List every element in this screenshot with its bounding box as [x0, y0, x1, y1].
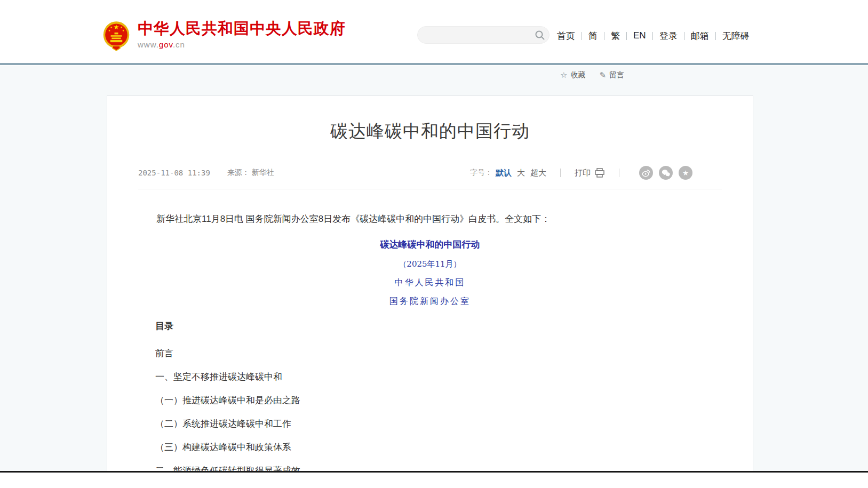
- article-actions: ☆ 收藏 ✎ 留言: [560, 70, 624, 80]
- source-value: 新华社: [252, 168, 274, 177]
- share-favorite-button[interactable]: ★: [679, 166, 692, 180]
- nav-traditional[interactable]: 繁: [611, 30, 620, 42]
- search-input[interactable]: [418, 27, 531, 43]
- wechat-icon: [661, 168, 671, 178]
- content-area: ☆ 收藏 ✎ 留言 碳达峰碳中和的中国行动 2025-11-08 11:39 来…: [0, 66, 868, 471]
- source: 来源：新华社: [227, 168, 274, 178]
- meta-separator: [619, 169, 619, 177]
- svg-text:★: ★: [110, 26, 113, 29]
- toc-heading: 目录: [155, 322, 722, 331]
- search-icon: [535, 30, 545, 41]
- article-card: 碳达峰碳中和的中国行动 2025-11-08 11:39 来源：新华社 字号： …: [107, 95, 753, 471]
- nav-separator: [715, 32, 716, 40]
- star-share-icon: ★: [681, 168, 690, 178]
- svg-text:★: ★: [682, 169, 689, 177]
- article-title: 碳达峰碳中和的中国行动: [138, 119, 722, 143]
- font-size-xlarge-button[interactable]: 超大: [530, 168, 546, 178]
- meta-divider: [138, 189, 722, 189]
- svg-text:★: ★: [122, 29, 125, 32]
- search-button[interactable]: [531, 26, 549, 44]
- pencil-icon: ✎: [599, 70, 606, 80]
- toc-item-1: 一、坚定不移推进碳达峰碳中和: [155, 372, 722, 381]
- site-url-cn: .cn: [173, 40, 185, 49]
- nav-separator: [582, 32, 582, 40]
- nav-simplified[interactable]: 简: [588, 30, 598, 42]
- publish-date: 2025-11-08 11:39: [138, 169, 210, 177]
- nav-home[interactable]: 首页: [557, 30, 575, 42]
- toc-item-2: 二、能源绿色低碳转型取得显著成效: [155, 466, 722, 471]
- toc-item-preface: 前言: [155, 349, 722, 358]
- nav-mail[interactable]: 邮箱: [691, 30, 709, 42]
- nav-separator: [684, 32, 684, 40]
- message-button[interactable]: ✎ 留言: [599, 70, 624, 80]
- font-size-default-button[interactable]: 默认: [496, 168, 512, 178]
- nav-login[interactable]: 登录: [659, 30, 678, 42]
- star-outline-icon: ☆: [560, 70, 567, 80]
- share-icons: ★: [633, 166, 692, 180]
- gov-cn-page: ★ ★ ★ ★ ★ 中华人民共和国中央人民政府 www.gov.cn: [0, 0, 868, 488]
- favorite-button[interactable]: ☆ 收藏: [560, 70, 585, 80]
- site-url: www.gov.cn: [138, 40, 346, 49]
- favorite-label: 收藏: [570, 70, 585, 80]
- doc-org-country: 中华人民共和国: [138, 277, 722, 289]
- doc-org-office: 国务院新闻办公室: [138, 296, 722, 307]
- font-size-label: 字号：: [470, 168, 492, 178]
- toc-item-1-1: （一）推进碳达峰碳中和是必由之路: [155, 396, 722, 405]
- toc-item-1-2: （二）系统推进碳达峰碳中和工作: [155, 419, 722, 428]
- site-title: 中华人民共和国中央人民政府: [138, 20, 346, 37]
- toc-item-1-3: （三）构建碳达峰碳中和政策体系: [155, 443, 722, 452]
- printer-icon: [594, 168, 605, 178]
- nav-separator: [604, 32, 604, 40]
- nav-separator: [652, 32, 653, 40]
- font-size-large-button[interactable]: 大: [517, 168, 525, 178]
- share-wechat-button[interactable]: [659, 166, 673, 180]
- site-url-www: www.: [138, 40, 159, 49]
- article-meta-row: 2025-11-08 11:39 来源：新华社 字号： 默认 大 超大 打印: [138, 166, 722, 180]
- nav-english[interactable]: EN: [633, 30, 646, 41]
- nav-separator: [626, 32, 627, 40]
- doc-date: （2025年11月）: [138, 259, 722, 269]
- meta-separator: [560, 169, 561, 177]
- svg-text:★: ★: [120, 26, 123, 29]
- site-url-gov: gov: [159, 40, 173, 49]
- site-header: ★ ★ ★ ★ ★ 中华人民共和国中央人民政府 www.gov.cn: [0, 0, 868, 65]
- search-box: [417, 26, 550, 44]
- lead-paragraph: 新华社北京11月8日电 国务院新闻办公室8日发布《碳达峰碳中和的中国行动》白皮书…: [138, 214, 722, 223]
- window-bottom-edge: [0, 471, 868, 473]
- source-label: 来源：: [227, 168, 250, 177]
- share-weibo-button[interactable]: [639, 166, 653, 180]
- svg-text:★: ★: [114, 23, 120, 31]
- print-button[interactable]: 打印: [575, 168, 605, 178]
- print-label: 打印: [575, 168, 591, 178]
- brand-text: 中华人民共和国中央人民政府 www.gov.cn: [138, 20, 346, 49]
- nav-accessibility[interactable]: 无障碍: [722, 30, 750, 42]
- message-label: 留言: [609, 70, 624, 80]
- svg-text:★: ★: [108, 29, 111, 32]
- doc-title: 碳达峰碳中和的中国行动: [138, 238, 722, 251]
- top-nav: 首页 简 繁 EN 登录 邮箱 无障碍: [557, 29, 750, 43]
- meta-left: 2025-11-08 11:39 来源：新华社: [138, 168, 274, 178]
- weibo-icon: [641, 168, 651, 178]
- national-emblem-logo: ★ ★ ★ ★ ★: [102, 20, 130, 51]
- meta-right: 字号： 默认 大 超大 打印: [470, 166, 722, 180]
- site-brand[interactable]: ★ ★ ★ ★ ★ 中华人民共和国中央人民政府 www.gov.cn: [102, 20, 346, 51]
